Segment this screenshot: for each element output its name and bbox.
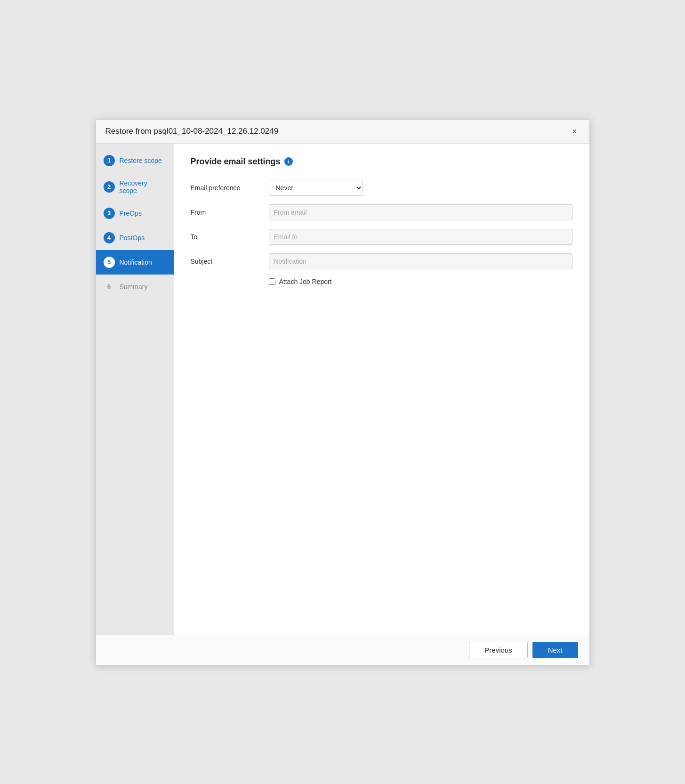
- sidebar-item-summary: 6 Summary: [96, 275, 174, 299]
- sidebar-item-label-6: Summary: [120, 283, 148, 291]
- attach-job-report-label[interactable]: Attach Job Report: [279, 278, 332, 285]
- sidebar-item-postops[interactable]: 4 PostOps: [96, 226, 174, 250]
- subject-label: Subject: [191, 258, 261, 265]
- sidebar-item-recovery-scope[interactable]: 2 Recovery scope: [96, 173, 174, 201]
- step-badge-3: 3: [104, 208, 115, 219]
- restore-dialog: Restore from psql01_10-08-2024_12.26.12.…: [96, 119, 590, 665]
- to-label: To: [191, 233, 261, 241]
- dialog-footer: Previous Next: [96, 635, 589, 665]
- attach-job-report-row: Attach Job Report: [269, 278, 572, 285]
- subject-input[interactable]: [269, 253, 572, 269]
- previous-button[interactable]: Previous: [469, 642, 527, 658]
- sidebar-item-preops[interactable]: 3 PreOps: [96, 201, 174, 226]
- close-button[interactable]: ×: [569, 126, 580, 137]
- dialog-body: 1 Restore scope 2 Recovery scope 3 PreOp…: [96, 144, 589, 635]
- to-row: To: [191, 229, 572, 245]
- next-button[interactable]: Next: [532, 642, 578, 658]
- sidebar-item-notification[interactable]: 5 Notification: [96, 250, 174, 275]
- email-preference-label: Email preference: [191, 184, 261, 192]
- from-input[interactable]: [269, 204, 572, 220]
- step-badge-5: 5: [104, 257, 115, 268]
- from-label: From: [191, 209, 261, 216]
- attach-job-report-checkbox[interactable]: [269, 278, 275, 285]
- step-badge-1: 1: [104, 155, 115, 166]
- section-title: Provide email settings: [191, 157, 281, 167]
- sidebar-item-label-5: Notification: [120, 259, 152, 266]
- sidebar-item-label-3: PreOps: [120, 210, 142, 217]
- main-content: Provide email settings i Email preferenc…: [174, 144, 589, 635]
- step-badge-6: 6: [104, 281, 115, 292]
- sidebar-item-label-2: Recovery scope: [120, 179, 166, 194]
- from-row: From: [191, 204, 572, 220]
- dialog-titlebar: Restore from psql01_10-08-2024_12.26.12.…: [96, 120, 589, 144]
- info-icon: i: [284, 157, 293, 166]
- step-badge-2: 2: [104, 181, 115, 193]
- step-badge-4: 4: [104, 232, 115, 243]
- email-preference-row: Email preference Never Always On Failure…: [191, 180, 572, 196]
- to-input[interactable]: [269, 229, 572, 245]
- dialog-title: Restore from psql01_10-08-2024_12.26.12.…: [105, 127, 279, 136]
- sidebar-item-label-4: PostOps: [120, 234, 145, 242]
- sidebar-item-restore-scope[interactable]: 1 Restore scope: [96, 148, 174, 173]
- sidebar-item-label-1: Restore scope: [120, 157, 162, 164]
- email-preference-select[interactable]: Never Always On Failure On Success: [269, 180, 363, 196]
- subject-row: Subject: [191, 253, 572, 269]
- sidebar: 1 Restore scope 2 Recovery scope 3 PreOp…: [96, 144, 174, 635]
- section-heading: Provide email settings i: [191, 157, 572, 167]
